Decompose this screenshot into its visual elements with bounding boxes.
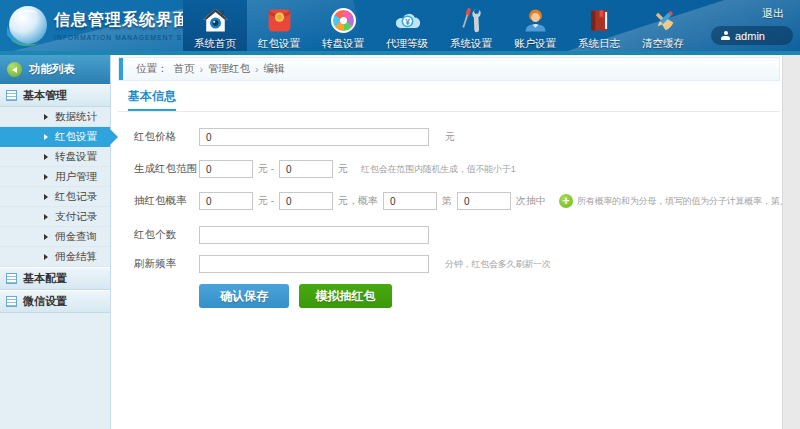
probability-value-input[interactable] <box>383 192 437 210</box>
price-input[interactable] <box>199 128 429 146</box>
sidebar-item-red-packet-settings[interactable]: 红包设置 <box>0 127 110 147</box>
arrow-right-icon <box>44 234 48 240</box>
range-hint: 红包会在范围内随机生成，值不能小于1 <box>361 163 515 176</box>
nav-label: 红包设置 <box>258 37 300 51</box>
list-icon <box>6 273 17 284</box>
probability-order-input[interactable] <box>457 192 511 210</box>
probability-suffix: 次抽中 <box>516 194 546 208</box>
range-sep: 元 - <box>258 162 274 176</box>
home-icon <box>201 6 229 34</box>
arrow-right-icon <box>44 254 48 260</box>
nav-label: 转盘设置 <box>322 37 364 51</box>
nav-label: 账户设置 <box>514 37 556 51</box>
count-label: 红包个数 <box>134 228 199 242</box>
right-gutter <box>782 55 800 429</box>
arrow-right-icon <box>44 134 48 140</box>
sidebar-title[interactable]: 功能列表 <box>0 55 110 84</box>
sidebar: 功能列表 基本管理 数据统计 红包设置 转盘设置 用户管理 红包记录 <box>0 55 111 429</box>
range-from-input[interactable] <box>199 160 253 178</box>
range-to-input[interactable] <box>279 160 333 178</box>
probability-from-input[interactable] <box>199 192 253 210</box>
system-log-icon <box>585 6 613 34</box>
item-label: 佣金结算 <box>55 250 97 264</box>
form-row-range: 生成红包范围 元 - 元 红包会在范围内随机生成，值不能小于1 <box>134 159 516 179</box>
app-logo-icon <box>4 3 52 51</box>
sidebar-item-red-packet-records[interactable]: 红包记录 <box>0 187 110 207</box>
item-label: 红包设置 <box>55 130 97 144</box>
active-item-notch <box>110 129 118 145</box>
account-settings-icon <box>521 6 549 34</box>
item-label: 用户管理 <box>55 170 97 184</box>
refresh-hint: 分钟，红包会多久刷新一次 <box>445 258 551 271</box>
arrow-right-icon <box>44 194 48 200</box>
probability-sep: 元 - <box>258 194 274 208</box>
wheel-icon <box>329 6 357 34</box>
probability-to-input[interactable] <box>279 192 333 210</box>
collapse-arrow-icon <box>7 62 22 77</box>
range-unit: 元 <box>338 162 348 176</box>
nav-label: 清空缓存 <box>642 37 684 51</box>
count-input[interactable] <box>199 226 429 244</box>
section-label: 基本管理 <box>23 88 67 103</box>
arrow-right-icon <box>44 174 48 180</box>
logout-button[interactable]: 退出 <box>762 6 784 21</box>
nav-item-agent-level[interactable]: ¥ 代理等级 <box>375 0 439 55</box>
sidebar-section-basic-management[interactable]: 基本管理 <box>0 84 110 107</box>
range-label: 生成红包范围 <box>134 162 199 176</box>
breadcrumb-separator: › <box>200 63 204 75</box>
nav-item-red-packet-settings[interactable]: 红包设置 <box>247 0 311 55</box>
sidebar-item-data-statistics[interactable]: 数据统计 <box>0 107 110 127</box>
sidebar-section-wechat-settings[interactable]: 微信设置 <box>0 290 110 313</box>
list-icon <box>6 90 17 101</box>
user-icon <box>721 31 730 40</box>
form-row-probability: 抽红包概率 元 - 元，概率 第 次抽中 + 所有概率的和为分母，填写的值为分子… <box>134 191 800 211</box>
price-label: 红包价格 <box>134 130 199 144</box>
form-row-refresh: 刷新频率 分钟，红包会多久刷新一次 <box>134 254 551 274</box>
section-label: 基本配置 <box>23 271 67 286</box>
nav-item-clear-cache[interactable]: 清空缓存 <box>631 0 695 55</box>
confirm-save-button[interactable]: 确认保存 <box>199 284 289 308</box>
sidebar-item-commission-query[interactable]: 佣金查询 <box>0 227 110 247</box>
sidebar-item-commission-settlement[interactable]: 佣金结算 <box>0 247 110 267</box>
username: admin <box>735 30 765 42</box>
app-window: 信息管理系统界面 INFORMATION MANAGEMENT SYSTEM G… <box>0 0 800 429</box>
refresh-label: 刷新频率 <box>134 257 199 271</box>
nav-item-system-log[interactable]: 系统日志 <box>567 0 631 55</box>
add-probability-icon[interactable]: + <box>559 194 573 208</box>
price-unit: 元 <box>445 130 455 144</box>
simulate-draw-button[interactable]: 模拟抽红包 <box>299 284 392 308</box>
nav-label: 系统设置 <box>450 37 492 51</box>
clear-cache-icon <box>649 6 677 34</box>
nav-item-system-settings[interactable]: 系统设置 <box>439 0 503 55</box>
system-settings-icon <box>457 6 485 34</box>
item-label: 数据统计 <box>55 110 97 124</box>
nav-item-home[interactable]: 系统首页 <box>183 0 247 55</box>
breadcrumb-prefix: 位置： <box>136 62 168 76</box>
nav-item-account-settings[interactable]: 账户设置 <box>503 0 567 55</box>
section-label: 微信设置 <box>23 294 67 309</box>
top-header-bar: 信息管理系统界面 INFORMATION MANAGEMENT SYSTEM G… <box>0 0 800 55</box>
breadcrumb-home[interactable]: 首页 <box>174 62 195 76</box>
arrow-right-icon <box>44 214 48 220</box>
arrow-right-icon <box>44 154 48 160</box>
nav-label: 系统首页 <box>194 37 236 51</box>
item-label: 佣金查询 <box>55 230 97 244</box>
probability-mid: 元，概率 <box>338 194 378 208</box>
sidebar-item-user-management[interactable]: 用户管理 <box>0 167 110 187</box>
tab-basic-info[interactable]: 基本信息 <box>128 88 176 112</box>
current-user-pill[interactable]: admin <box>711 26 793 45</box>
refresh-input[interactable] <box>199 255 429 273</box>
arrow-right-icon <box>44 114 48 120</box>
breadcrumb-manage-red-packet[interactable]: 管理红包 <box>208 62 250 76</box>
probability-hint: 所有概率的和为分母，填写的值为分子计算概率，第几次可以不填 <box>577 195 800 208</box>
svg-text:¥: ¥ <box>405 16 410 26</box>
item-label: 红包记录 <box>55 190 97 204</box>
sidebar-item-wheel-settings[interactable]: 转盘设置 <box>0 147 110 167</box>
red-packet-icon <box>265 6 293 34</box>
sidebar-title-label: 功能列表 <box>29 62 75 77</box>
form-row-price: 红包价格 元 <box>134 127 460 147</box>
probability-order-label: 第 <box>442 194 452 208</box>
nav-item-wheel-settings[interactable]: 转盘设置 <box>311 0 375 55</box>
sidebar-item-payment-records[interactable]: 支付记录 <box>0 207 110 227</box>
sidebar-section-basic-config[interactable]: 基本配置 <box>0 267 110 290</box>
